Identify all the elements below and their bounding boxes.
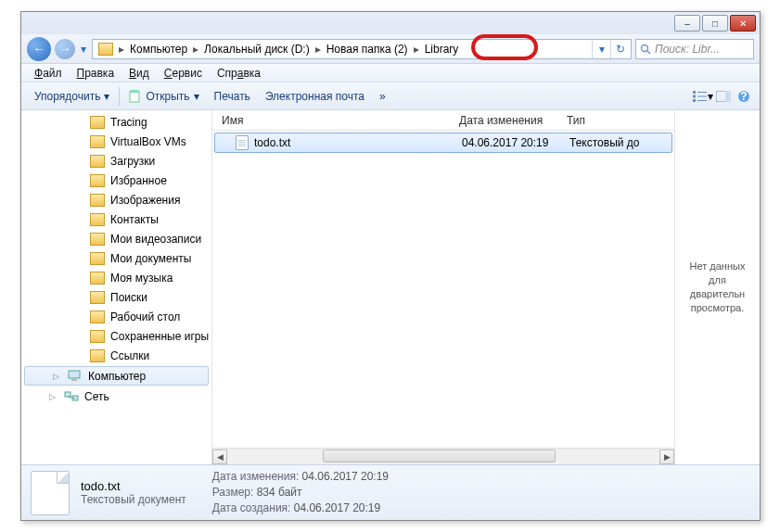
menu-view[interactable]: Вид (121, 67, 157, 80)
folder-icon (90, 135, 105, 148)
breadcrumb-folder[interactable]: Новая папка (2) (323, 43, 412, 56)
search-input[interactable]: Поиск: Libr... (635, 39, 754, 59)
navigation-tree[interactable]: TracingVirtualBox VMs​Загрузки​Избранное… (21, 110, 212, 464)
file-list: Имя Дата изменения Тип todo.txt 04.06.20… (212, 110, 674, 464)
tree-item[interactable]: ​Моя музыка (21, 268, 211, 287)
folder-icon (90, 349, 105, 362)
svg-rect-9 (697, 100, 707, 101)
col-name[interactable]: Имя (212, 114, 450, 127)
tree-item[interactable]: ​Ссылки (21, 346, 211, 365)
address-bar[interactable]: ▸ Компьютер ▸ Локальный диск (D:) ▸ Нова… (92, 39, 632, 59)
breadcrumb-current[interactable]: Library (421, 43, 463, 56)
scroll-thumb[interactable] (323, 450, 556, 462)
titlebar[interactable]: – □ ✕ (21, 12, 760, 34)
file-icon (31, 471, 70, 515)
svg-text:?: ? (740, 90, 747, 103)
preview-pane-icon[interactable] (713, 87, 734, 106)
meta-created: 04.06.2017 20:19 (294, 501, 380, 514)
breadcrumb-sep: ▸ (313, 43, 323, 56)
breadcrumb-sep: ▸ (117, 43, 126, 56)
computer-icon (68, 370, 83, 383)
tree-label: Избранное (110, 174, 167, 187)
tree-network[interactable]: ▷Сеть (21, 386, 211, 406)
preview-pane: Нет данных для дварительн просмотра. (674, 110, 760, 464)
menu-file[interactable]: Файл (27, 67, 70, 80)
tree-item[interactable]: ​Поиски (21, 287, 211, 307)
toolbar: Упорядочить ▾ Открыть ▾ Печать Электронн… (21, 82, 760, 110)
svg-rect-8 (693, 99, 696, 102)
scroll-left-icon[interactable]: ◀ (212, 450, 227, 464)
addr-dropdown-icon[interactable]: ▾ (592, 40, 610, 58)
column-headers[interactable]: Имя Дата изменения Тип (212, 110, 674, 131)
breadcrumb-computer[interactable]: Компьютер (126, 43, 191, 56)
folder-icon (90, 116, 105, 129)
svg-rect-6 (693, 95, 696, 97)
tree-label: Tracing (110, 116, 147, 129)
forward-button[interactable]: → (55, 39, 75, 59)
refresh-icon[interactable]: ↻ (610, 40, 629, 58)
folder-icon (90, 291, 105, 304)
menu-help[interactable]: Справка (210, 67, 268, 80)
open-button[interactable]: Открыть ▾ (121, 90, 206, 103)
email-button[interactable]: Электронная почта (258, 90, 372, 103)
svg-line-1 (647, 51, 650, 54)
svg-rect-2 (130, 92, 139, 102)
col-modified[interactable]: Дата изменения (450, 114, 557, 127)
details-filetype: Текстовый документ (81, 493, 186, 506)
col-type[interactable]: Тип (557, 114, 669, 127)
scroll-right-icon[interactable]: ▶ (659, 450, 674, 464)
breadcrumb-disk[interactable]: Локальный диск (D:) (200, 43, 313, 56)
tree-item[interactable]: ​Мои документы (21, 248, 211, 268)
notepad-icon (129, 90, 142, 103)
back-button[interactable]: ← (27, 37, 51, 61)
maximize-button[interactable]: □ (702, 15, 728, 32)
file-row[interactable]: todo.txt 04.06.2017 20:19 Текстовый до (214, 133, 672, 153)
meta-modified: 04.06.2017 20:19 (302, 470, 389, 483)
tree-item[interactable]: ​Мои видеозаписи (21, 229, 211, 248)
search-placeholder: Поиск: Libr... (655, 43, 720, 56)
view-options-icon[interactable]: ▾ (693, 87, 713, 106)
tree-item[interactable]: ​Контакты (21, 209, 211, 229)
tree-item[interactable]: VirtualBox VMs (21, 132, 211, 151)
tree-label: Изображения (110, 194, 180, 207)
file-type: Текстовый до (560, 136, 671, 149)
folder-icon (90, 213, 105, 226)
tree-computer[interactable]: ▷Компьютер (24, 366, 209, 386)
file-name: todo.txt (254, 136, 290, 149)
help-icon[interactable]: ? (734, 87, 754, 106)
tree-label: Поиски (110, 291, 147, 304)
tree-label: Мои видеозаписи (110, 233, 201, 246)
menu-tools[interactable]: Сервис (157, 67, 210, 80)
tree-item[interactable]: Tracing (21, 112, 211, 132)
folder-icon (98, 43, 113, 56)
folder-icon (90, 330, 105, 343)
folder-icon (90, 252, 105, 265)
tree-label: Компьютер (88, 370, 146, 383)
more-button[interactable]: » (372, 90, 393, 103)
tree-item[interactable]: ​Изображения (21, 190, 211, 209)
tree-item[interactable]: ​Сохраненные игры (21, 326, 211, 346)
details-pane: todo.txt Текстовый документ Дата изменен… (21, 464, 760, 520)
tree-label: Ссылки (110, 349, 149, 362)
folder-icon (90, 174, 105, 187)
tree-item[interactable]: ​Избранное (21, 171, 211, 190)
minimize-button[interactable]: – (674, 15, 700, 32)
breadcrumb-sep: ▸ (412, 43, 421, 56)
tree-label: Мои документы (110, 252, 191, 265)
svg-rect-5 (697, 92, 707, 93)
tree-label: Сохраненные игры (110, 330, 209, 343)
tree-label: VirtualBox VMs (110, 135, 186, 148)
breadcrumb-sep: ▸ (191, 43, 200, 56)
tree-item[interactable]: ​Загрузки (21, 151, 211, 171)
menu-edit[interactable]: Правка (70, 67, 122, 80)
horizontal-scrollbar[interactable]: ◀ ▶ (212, 448, 674, 464)
print-button[interactable]: Печать (207, 90, 258, 103)
nav-history-dropdown[interactable]: ▾ (79, 43, 88, 56)
meta-size-label: Размер: (212, 486, 254, 499)
organize-button[interactable]: Упорядочить ▾ (27, 90, 117, 103)
folder-icon (90, 310, 105, 323)
tree-label: Сеть (84, 390, 109, 403)
close-button[interactable]: ✕ (730, 15, 756, 32)
tree-item[interactable]: ​Рабочий стол (21, 307, 211, 326)
meta-size: 834 байт (257, 486, 302, 499)
